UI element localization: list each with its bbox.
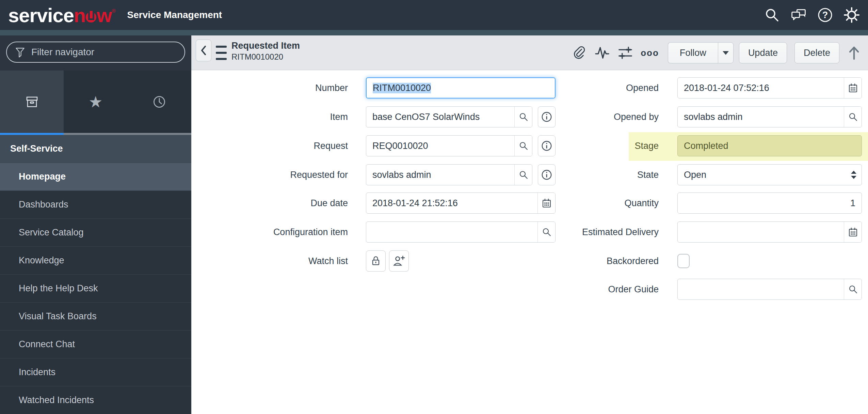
sidebar-item-help-the-help-desk[interactable]: Help the Help Desk bbox=[0, 275, 191, 303]
due-date-input[interactable]: 2018-01-24 21:52:16 bbox=[366, 193, 556, 214]
tab-all-applications[interactable] bbox=[0, 71, 64, 135]
requested-for-input[interactable]: sovlabs admin bbox=[366, 164, 532, 185]
item-lookup-button[interactable] bbox=[514, 107, 532, 127]
configuration-item-label: Configuration item bbox=[196, 227, 348, 237]
request-label: Request bbox=[196, 141, 348, 151]
calendar-icon bbox=[848, 227, 858, 237]
watch-list-label: Watch list bbox=[196, 256, 348, 266]
magnifier-icon bbox=[518, 112, 529, 122]
person-plus-icon bbox=[392, 255, 405, 267]
pulse-icon[interactable] bbox=[594, 45, 610, 61]
sidebar-item-dashboards[interactable]: Dashboards bbox=[0, 191, 191, 219]
record-type: Requested Item bbox=[231, 40, 300, 52]
banner-divider-strip bbox=[0, 30, 868, 35]
stage-input[interactable]: Completed bbox=[677, 135, 862, 156]
funnel-icon bbox=[14, 46, 26, 58]
chat-icon[interactable] bbox=[790, 7, 807, 23]
more-options-button[interactable]: ooo bbox=[641, 48, 659, 57]
filter-navigator-input[interactable] bbox=[31, 47, 177, 58]
backordered-checkbox[interactable] bbox=[677, 254, 690, 268]
sidebar-section-self-service[interactable]: Self-Service bbox=[0, 135, 191, 163]
logo-service-text: service bbox=[8, 4, 74, 27]
field-row-request: Request REQ0010020 bbox=[196, 135, 556, 157]
help-icon[interactable]: ? bbox=[817, 7, 833, 23]
sidebar-item-incidents[interactable]: Incidents bbox=[0, 358, 191, 386]
opened-by-label: Opened by bbox=[553, 112, 659, 122]
sidebar-item-service-catalog[interactable]: Service Catalog bbox=[0, 219, 191, 247]
tab-favorites[interactable]: ★ bbox=[64, 71, 127, 135]
order-guide-input[interactable] bbox=[677, 279, 862, 300]
opened-by-lookup-button[interactable] bbox=[844, 107, 862, 127]
request-lookup-button[interactable] bbox=[514, 136, 532, 156]
field-row-watch-list: Watch list bbox=[196, 250, 556, 272]
search-icon[interactable] bbox=[764, 7, 780, 23]
field-row-opened-by: Opened by sovlabs admin bbox=[553, 106, 862, 128]
sidebar-item-knowledge[interactable]: Knowledge bbox=[0, 247, 191, 275]
form-context-menu-icon[interactable] bbox=[216, 46, 227, 60]
magnifier-icon bbox=[848, 284, 858, 294]
select-spinner-icon bbox=[846, 165, 862, 185]
banner-icons: ? bbox=[764, 0, 860, 30]
sidebar-item-homepage[interactable]: Homepage bbox=[0, 163, 191, 191]
update-button[interactable]: Update bbox=[739, 42, 787, 63]
watch-list-add-user-button[interactable] bbox=[389, 250, 409, 272]
field-row-item: Item base CenOS7 SolarWinds bbox=[196, 106, 556, 128]
form-body: Number RITM0010020 Item base CenOS7 Sola… bbox=[191, 70, 868, 414]
opened-calendar-button[interactable] bbox=[844, 78, 862, 98]
state-select[interactable]: Open bbox=[677, 164, 862, 185]
opened-label: Opened bbox=[553, 83, 659, 93]
order-guide-label: Order Guide bbox=[553, 284, 659, 295]
filter-navigator[interactable] bbox=[6, 42, 185, 63]
field-row-estimated-delivery: Estimated Delivery bbox=[553, 221, 862, 243]
requested-for-lookup-button[interactable] bbox=[514, 165, 532, 185]
configuration-item-lookup-button[interactable] bbox=[537, 222, 555, 242]
form-toolbar: ooo Follow Update Delete bbox=[571, 35, 862, 70]
application-navigator: ★ Self-Service Homepage Dashboards Servi… bbox=[0, 35, 191, 414]
record-title: Requested Item RITM0010020 bbox=[231, 40, 300, 62]
clock-icon bbox=[152, 94, 167, 109]
power-button-icon bbox=[86, 12, 96, 22]
field-row-number: Number RITM0010020 bbox=[196, 77, 556, 99]
top-banner: service nw ® Service Management ? bbox=[0, 0, 868, 30]
sidebar-item-watched-incidents[interactable]: Watched Incidents bbox=[0, 386, 191, 414]
opened-input[interactable]: 2018-01-24 07:52:16 bbox=[677, 77, 862, 98]
configuration-item-input[interactable] bbox=[366, 221, 556, 243]
magnifier-icon bbox=[518, 141, 529, 151]
gear-icon[interactable] bbox=[843, 7, 860, 23]
info-icon bbox=[541, 169, 552, 181]
field-row-opened: Opened 2018-01-24 07:52:16 bbox=[553, 77, 862, 99]
tab-history[interactable] bbox=[128, 71, 191, 135]
order-guide-lookup-button[interactable] bbox=[844, 279, 862, 300]
sidebar-item-visual-task-boards[interactable]: Visual Task Boards bbox=[0, 303, 191, 331]
servicenow-logo[interactable]: service nw ® bbox=[8, 4, 116, 27]
back-button[interactable] bbox=[196, 40, 211, 61]
number-label: Number bbox=[196, 83, 348, 93]
watch-list-lock-button[interactable] bbox=[366, 250, 386, 272]
field-row-configuration-item: Configuration item bbox=[196, 221, 556, 243]
form-header: Requested Item RITM0010020 bbox=[191, 35, 868, 70]
navigator-menu: Self-Service Homepage Dashboards Service… bbox=[0, 135, 191, 414]
estimated-delivery-input[interactable] bbox=[677, 221, 862, 243]
due-date-calendar-button[interactable] bbox=[537, 193, 555, 213]
follow-button[interactable]: Follow bbox=[668, 42, 718, 63]
calendar-icon bbox=[848, 82, 858, 93]
lock-icon bbox=[370, 255, 382, 267]
number-input[interactable]: RITM0010020 bbox=[366, 77, 556, 98]
sidebar-item-connect-chat[interactable]: Connect Chat bbox=[0, 331, 191, 358]
caret-down-icon bbox=[723, 51, 729, 55]
info-icon bbox=[541, 140, 552, 152]
delete-button[interactable]: Delete bbox=[794, 42, 839, 63]
item-input[interactable]: base CenOS7 SolarWinds bbox=[366, 106, 532, 127]
estimated-delivery-calendar-button[interactable] bbox=[844, 222, 862, 242]
field-row-requested-for: Requested for sovlabs admin bbox=[196, 164, 556, 186]
follow-split-button: Follow bbox=[668, 42, 734, 63]
opened-by-input[interactable]: sovlabs admin bbox=[677, 106, 862, 127]
calendar-icon bbox=[541, 198, 552, 209]
record-number: RITM0010020 bbox=[231, 52, 300, 62]
sliders-icon[interactable] bbox=[617, 45, 633, 61]
scroll-to-top-icon[interactable] bbox=[846, 45, 862, 61]
request-input[interactable]: REQ0010020 bbox=[366, 135, 532, 156]
quantity-input[interactable]: 1 bbox=[677, 193, 862, 214]
paperclip-icon[interactable] bbox=[571, 45, 587, 61]
follow-dropdown-button[interactable] bbox=[718, 42, 734, 63]
